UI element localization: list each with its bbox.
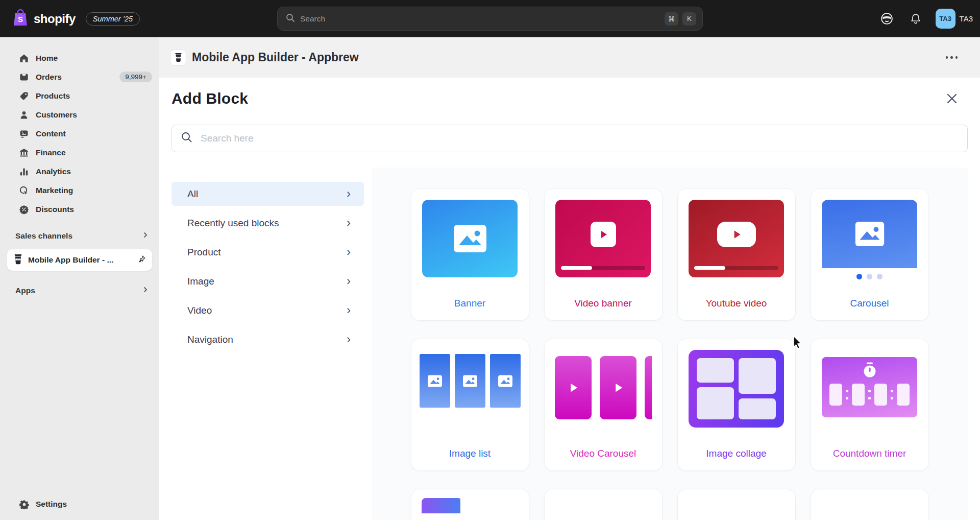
sidebar-item-settings[interactable]: Settings: [0, 494, 159, 514]
brand-name: shopify: [34, 12, 76, 26]
chevron-right-icon: [142, 286, 149, 295]
youtube-video-preview: [689, 200, 784, 277]
category-image[interactable]: Image ›: [172, 269, 364, 293]
play-icon: [567, 381, 580, 394]
image-collage-preview: [689, 350, 784, 428]
chevron-right-icon: ›: [347, 333, 351, 345]
block-card-partial[interactable]: [811, 489, 928, 520]
sidekick-icon: [880, 12, 894, 26]
video-banner-preview: [555, 200, 651, 277]
sidebar-item-customers[interactable]: Customers: [0, 105, 159, 124]
media-icon: [19, 129, 29, 139]
countdown-digits: [829, 384, 910, 406]
sidebar-item-content[interactable]: Content: [0, 124, 159, 143]
person-icon: [19, 110, 29, 120]
play-icon: [591, 222, 616, 247]
sidebar-item-label: Analytics: [36, 167, 71, 176]
sidebar-item-label: Orders: [36, 73, 62, 82]
category-navigation[interactable]: Navigation ›: [172, 327, 364, 351]
sidebar-item-finance[interactable]: Finance: [0, 143, 159, 162]
apps-label: Apps: [15, 286, 35, 295]
app-header: </> Mobile App Builder - Appbrew: [159, 37, 980, 78]
chevron-right-icon: ›: [347, 187, 351, 200]
bank-icon: [19, 148, 29, 158]
sales-channels-header[interactable]: Sales channels: [0, 226, 159, 245]
block-card-youtube-video[interactable]: Youtube video: [678, 189, 795, 320]
sidekick-button[interactable]: [878, 10, 896, 28]
global-search-bar[interactable]: Search ⌘ K: [277, 7, 703, 31]
category-all[interactable]: All ›: [172, 182, 364, 206]
sidebar-item-label: Finance: [36, 148, 66, 157]
youtube-play-icon: [717, 222, 756, 247]
block-card-banner[interactable]: Banner: [411, 189, 529, 320]
category-label: Image: [187, 276, 214, 287]
category-label: All: [187, 188, 198, 200]
apps-header[interactable]: Apps: [0, 281, 159, 300]
image-icon: [498, 375, 512, 387]
block-search-input[interactable]: [201, 133, 958, 144]
block-search-bar[interactable]: [172, 125, 968, 152]
shopify-logo[interactable]: S shopify Summer ’25: [12, 9, 140, 29]
app-icon-tile: </>: [170, 50, 186, 65]
block-card-partial[interactable]: [678, 489, 795, 520]
sidebar-item-label: Products: [36, 91, 70, 101]
sidebar-item-label: Customers: [36, 110, 77, 120]
chevron-right-icon: ›: [347, 275, 351, 287]
sidebar-item-mobile-app-builder[interactable]: </> Mobile App Builder - ...: [7, 249, 152, 271]
sidebar-item-orders[interactable]: Orders 9,999+: [0, 67, 159, 86]
avatar: TA3: [936, 9, 955, 29]
countdown-timer-preview: [822, 357, 917, 417]
sidebar-item-label: Content: [36, 129, 66, 138]
category-list: All › Recently used blocks › Product › I…: [172, 168, 364, 520]
block-card-countdown-timer[interactable]: Countdown timer: [811, 339, 928, 470]
block-card-carousel[interactable]: Carousel: [811, 189, 928, 320]
close-button[interactable]: [943, 90, 961, 107]
active-app-label: Mobile App Builder - ...: [28, 255, 137, 265]
partial-block-preview: [422, 498, 460, 513]
chevron-right-icon: ›: [347, 217, 351, 229]
block-card-image-list[interactable]: Image list: [411, 339, 529, 470]
category-product[interactable]: Product ›: [172, 240, 364, 264]
shopify-bag-icon: S: [12, 9, 29, 29]
orders-count-badge: 9,999+: [119, 72, 152, 82]
category-recently-used[interactable]: Recently used blocks ›: [172, 211, 364, 235]
block-grid-panel: Banner Video banner: [372, 168, 968, 520]
carousel-preview: [822, 200, 917, 268]
block-card-partial[interactable]: [545, 489, 662, 520]
block-label: Carousel: [811, 298, 928, 309]
home-icon: [19, 53, 29, 63]
block-label: Countdown timer: [811, 448, 928, 459]
sidebar-item-label: Home: [36, 54, 58, 63]
image-icon: [463, 375, 477, 387]
discount-badge-icon: [19, 204, 29, 215]
sidebar-item-analytics[interactable]: Analytics: [0, 162, 159, 181]
block-label: Image list: [411, 448, 529, 459]
account-menu[interactable]: TA3 TA3: [936, 9, 975, 29]
sidebar-item-marketing[interactable]: Marketing: [0, 181, 159, 200]
block-label: Banner: [411, 298, 529, 309]
block-card-partial[interactable]: [411, 489, 529, 520]
target-icon: [19, 185, 29, 196]
sidebar-item-label: Discounts: [36, 205, 74, 214]
image-list-preview: [420, 354, 521, 408]
image-icon: [855, 222, 885, 246]
sidebar-item-label: Marketing: [36, 186, 73, 195]
overflow-menu-button[interactable]: [942, 52, 962, 63]
image-icon: [428, 375, 442, 387]
svg-text:</>: </>: [177, 57, 179, 59]
block-card-image-collage[interactable]: Image collage: [678, 339, 795, 470]
block-card-video-carousel[interactable]: Video Carousel: [545, 339, 662, 470]
chevron-right-icon: [142, 231, 149, 241]
block-label: Video Carousel: [545, 448, 662, 459]
sidebar-item-home[interactable]: Home: [0, 49, 159, 67]
progress-bar: [694, 266, 778, 270]
banner-preview: [422, 200, 518, 277]
stopwatch-icon: [862, 362, 877, 379]
sales-channels-label: Sales channels: [15, 231, 72, 241]
block-card-video-banner[interactable]: Video banner: [545, 189, 662, 320]
sidebar-item-discounts[interactable]: Discounts: [0, 200, 159, 219]
pin-icon: [137, 255, 146, 266]
category-video[interactable]: Video ›: [172, 298, 364, 322]
sidebar-item-products[interactable]: Products: [0, 86, 159, 105]
notifications-button[interactable]: [907, 10, 924, 28]
